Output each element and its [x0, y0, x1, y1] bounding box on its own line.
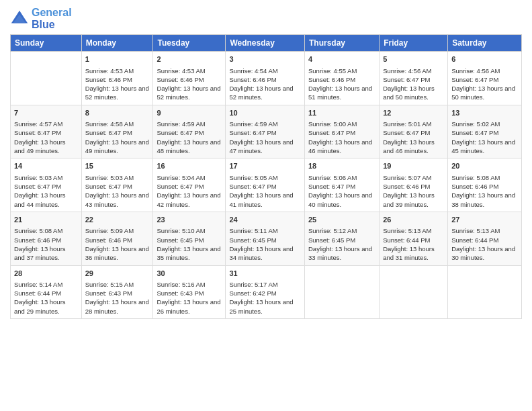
cell-info: Sunset: 6:47 PM [383, 75, 444, 84]
day-number: 15 [85, 161, 150, 171]
day-number: 30 [157, 269, 222, 279]
day-number: 7 [14, 108, 78, 118]
day-number: 3 [229, 54, 301, 64]
logo-general: General [32, 7, 72, 18]
day-number: 29 [85, 269, 150, 279]
cell-info: Daylight: 13 hours and 25 minutes. [229, 298, 301, 316]
cell-info: Sunrise: 4:53 AM [157, 66, 222, 75]
day-number: 11 [308, 108, 375, 118]
cell-info: Sunset: 6:45 PM [157, 236, 222, 244]
cell-info: Sunrise: 5:16 AM [157, 280, 222, 289]
cell-info: Sunset: 6:42 PM [229, 289, 301, 298]
calendar-cell [11, 52, 82, 105]
table-row: 28Sunrise: 5:14 AMSunset: 6:44 PMDayligh… [11, 265, 522, 319]
cell-info: Sunset: 6:46 PM [14, 236, 78, 244]
calendar-cell: 24Sunrise: 5:11 AMSunset: 6:45 PMDayligh… [226, 212, 305, 265]
column-headers: Sunday Monday Tuesday Wednesday Thursday… [11, 35, 522, 52]
cell-info: Daylight: 13 hours and 30 minutes. [451, 244, 518, 263]
logo-text: General Blue [32, 7, 72, 30]
calendar-cell: 21Sunrise: 5:08 AMSunset: 6:46 PMDayligh… [11, 212, 82, 265]
calendar-cell: 29Sunrise: 5:15 AMSunset: 6:43 PMDayligh… [81, 265, 153, 319]
col-tuesday: Tuesday [153, 35, 226, 52]
cell-info: Sunset: 6:47 PM [14, 128, 78, 137]
day-number: 27 [451, 215, 518, 225]
cell-info: Sunrise: 4:58 AM [85, 120, 150, 128]
calendar-cell: 8Sunrise: 4:58 AMSunset: 6:47 PMDaylight… [81, 105, 153, 158]
calendar-cell: 14Sunrise: 5:03 AMSunset: 6:47 PMDayligh… [11, 158, 82, 212]
calendar-cell: 23Sunrise: 5:10 AMSunset: 6:45 PMDayligh… [153, 212, 226, 265]
day-number: 6 [451, 54, 518, 64]
calendar-cell: 7Sunrise: 4:57 AMSunset: 6:47 PMDaylight… [11, 105, 82, 158]
cell-info: Daylight: 13 hours and 45 minutes. [451, 138, 518, 156]
calendar-table: Sunday Monday Tuesday Wednesday Thursday… [10, 34, 522, 319]
cell-info: Sunrise: 5:11 AM [229, 226, 301, 235]
cell-info: Sunset: 6:46 PM [451, 182, 518, 191]
cell-info: Sunset: 6:44 PM [451, 236, 518, 244]
calendar-cell: 13Sunrise: 5:02 AMSunset: 6:47 PMDayligh… [448, 105, 522, 158]
cell-info: Sunrise: 5:03 AM [14, 173, 78, 182]
cell-info: Sunrise: 4:56 AM [451, 66, 518, 75]
cell-info: Sunset: 6:45 PM [229, 236, 301, 244]
cell-info: Daylight: 13 hours and 38 minutes. [451, 191, 518, 209]
cell-info: Sunset: 6:46 PM [229, 75, 301, 84]
logo: General Blue [10, 7, 72, 30]
day-number: 23 [157, 215, 222, 225]
cell-info: Sunrise: 5:01 AM [383, 120, 444, 128]
table-row: 21Sunrise: 5:08 AMSunset: 6:46 PMDayligh… [11, 212, 522, 265]
cell-info: Sunset: 6:47 PM [229, 182, 301, 191]
cell-info: Sunrise: 5:08 AM [451, 173, 518, 182]
calendar-cell [305, 265, 380, 319]
cell-info: Daylight: 13 hours and 50 minutes. [451, 84, 518, 102]
cell-info: Sunrise: 5:08 AM [14, 226, 78, 235]
header: General Blue [10, 7, 522, 30]
cell-info: Daylight: 13 hours and 48 minutes. [157, 138, 222, 156]
cell-info: Daylight: 13 hours and 31 minutes. [383, 244, 444, 263]
cell-info: Sunrise: 5:03 AM [85, 173, 150, 182]
cell-info: Sunset: 6:47 PM [308, 182, 375, 191]
cell-info: Sunrise: 5:05 AM [229, 173, 301, 182]
cell-info: Sunset: 6:44 PM [14, 289, 78, 298]
day-number: 31 [229, 269, 301, 279]
calendar-cell: 18Sunrise: 5:06 AMSunset: 6:47 PMDayligh… [305, 158, 380, 212]
calendar-cell: 2Sunrise: 4:53 AMSunset: 6:46 PMDaylight… [153, 52, 226, 105]
day-number: 10 [229, 108, 301, 118]
main-container: General Blue Sunday Monday Tuesday Wedne… [0, 0, 532, 411]
table-row: 1Sunrise: 4:53 AMSunset: 6:46 PMDaylight… [11, 52, 522, 105]
cell-info: Sunrise: 4:57 AM [14, 120, 78, 128]
calendar-cell: 11Sunrise: 5:00 AMSunset: 6:47 PMDayligh… [305, 105, 380, 158]
cell-info: Daylight: 13 hours and 50 minutes. [383, 84, 444, 102]
cell-info: Daylight: 13 hours and 28 minutes. [85, 298, 150, 316]
calendar-cell: 31Sunrise: 5:17 AMSunset: 6:42 PMDayligh… [226, 265, 305, 319]
calendar-cell: 3Sunrise: 4:54 AMSunset: 6:46 PMDaylight… [226, 52, 305, 105]
cell-info: Daylight: 13 hours and 29 minutes. [14, 298, 78, 316]
cell-info: Sunrise: 5:06 AM [308, 173, 375, 182]
cell-info: Sunset: 6:46 PM [308, 75, 375, 84]
calendar-cell: 9Sunrise: 4:59 AMSunset: 6:47 PMDaylight… [153, 105, 226, 158]
cell-info: Sunset: 6:43 PM [157, 289, 222, 298]
cell-info: Sunrise: 5:00 AM [308, 120, 375, 128]
cell-info: Sunset: 6:47 PM [308, 128, 375, 137]
cell-info: Daylight: 13 hours and 46 minutes. [308, 138, 375, 156]
calendar-cell: 16Sunrise: 5:04 AMSunset: 6:47 PMDayligh… [153, 158, 226, 212]
day-number: 8 [85, 108, 150, 118]
cell-info: Sunset: 6:47 PM [85, 128, 150, 137]
cell-info: Daylight: 13 hours and 49 minutes. [85, 138, 150, 156]
logo-blue: Blue [32, 19, 72, 31]
logo-icon [10, 9, 29, 28]
calendar-cell: 1Sunrise: 4:53 AMSunset: 6:46 PMDaylight… [81, 52, 153, 105]
calendar-cell: 5Sunrise: 4:56 AMSunset: 6:47 PMDaylight… [380, 52, 448, 105]
cell-info: Sunset: 6:43 PM [85, 289, 150, 298]
cell-info: Daylight: 13 hours and 52 minutes. [85, 84, 150, 102]
day-number: 25 [308, 215, 375, 225]
cell-info: Sunrise: 4:53 AM [85, 66, 150, 75]
calendar-cell: 6Sunrise: 4:56 AMSunset: 6:47 PMDaylight… [448, 52, 522, 105]
cell-info: Sunset: 6:47 PM [85, 182, 150, 191]
calendar-cell: 20Sunrise: 5:08 AMSunset: 6:46 PMDayligh… [448, 158, 522, 212]
col-saturday: Saturday [448, 35, 522, 52]
day-number: 16 [157, 161, 222, 171]
cell-info: Sunset: 6:46 PM [85, 236, 150, 244]
cell-info: Sunrise: 5:15 AM [85, 280, 150, 289]
calendar-cell [448, 265, 522, 319]
cell-info: Sunrise: 4:56 AM [383, 66, 444, 75]
calendar-cell: 12Sunrise: 5:01 AMSunset: 6:47 PMDayligh… [380, 105, 448, 158]
